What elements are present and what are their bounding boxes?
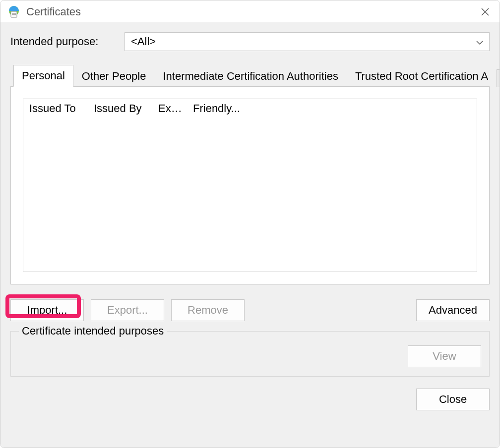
purpose-value: <All> [131, 35, 156, 48]
col-issued-by[interactable]: Issued By [91, 101, 155, 116]
col-friendly-name[interactable]: Friendly... [190, 101, 245, 116]
tab-scroll [497, 69, 500, 87]
groupbox-label: Certificate intended purposes [19, 325, 167, 337]
chevron-down-icon [476, 35, 483, 48]
bottom-row: Close [10, 389, 490, 410]
col-expiration[interactable]: Expi... [155, 101, 190, 116]
dialog-content: Intended purpose: <All> Personal Other P… [0, 22, 500, 448]
purpose-label: Intended purpose: [10, 35, 125, 48]
close-icon[interactable] [478, 4, 493, 19]
certificates-icon [7, 5, 20, 18]
remove-button[interactable]: Remove [171, 299, 245, 321]
svg-rect-2 [12, 13, 16, 14]
purpose-select[interactable]: <All> [125, 32, 490, 51]
list-header: Issued To Issued By Expi... Friendly... [23, 99, 477, 118]
tab-trusted-root-ca[interactable]: Trusted Root Certification A [347, 65, 497, 87]
advanced-button[interactable]: Advanced [416, 299, 490, 321]
tab-other-people[interactable]: Other People [73, 65, 155, 87]
purpose-row: Intended purpose: <All> [10, 32, 490, 51]
purposes-groupbox: Certificate intended purposes View [10, 331, 490, 377]
svg-rect-3 [12, 14, 16, 15]
export-button[interactable]: Export... [91, 299, 164, 321]
button-row: Import... Export... Remove Advanced [10, 299, 490, 321]
tab-personal[interactable]: Personal [13, 65, 73, 87]
tab-intermediate-ca[interactable]: Intermediate Certification Authorities [154, 65, 346, 87]
titlebar: Certificates [0, 0, 500, 22]
tab-scroll-left[interactable] [497, 69, 500, 87]
tabs-row: Personal Other People Intermediate Certi… [13, 65, 490, 87]
certificate-list[interactable]: Issued To Issued By Expi... Friendly... [23, 99, 477, 272]
certificates-dialog: Certificates Intended purpose: <All> Per… [0, 0, 500, 448]
close-button[interactable]: Close [416, 389, 490, 410]
view-button[interactable]: View [408, 345, 481, 367]
tab-panel: Issued To Issued By Expi... Friendly... [10, 86, 490, 284]
import-button[interactable]: Import... [10, 299, 84, 321]
col-issued-to[interactable]: Issued To [26, 101, 91, 116]
window-title: Certificates [26, 5, 478, 18]
